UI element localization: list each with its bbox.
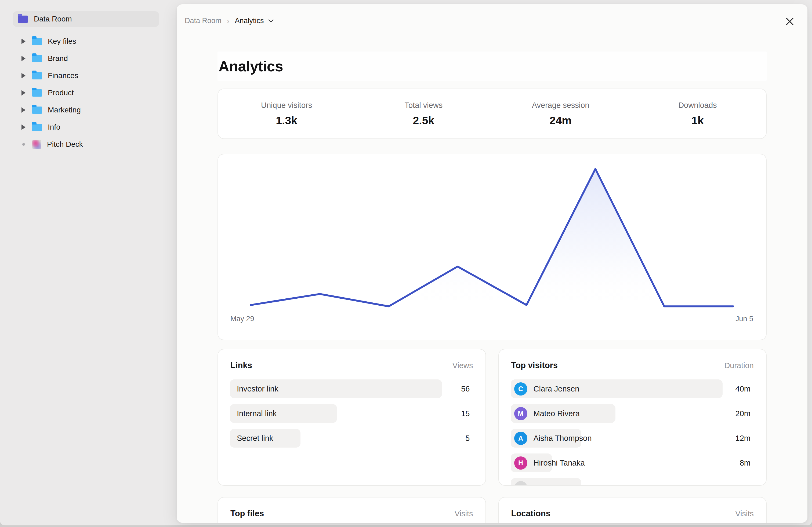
sidebar-tree: Key files Brand Finances Product Marketi… <box>0 33 177 153</box>
breadcrumb-separator-icon: › <box>227 17 230 25</box>
stat-label: Total views <box>355 101 492 110</box>
visitor-duration-value: 40m <box>736 385 754 393</box>
links-panel-title: Links <box>230 361 252 370</box>
stat-value: 1.3k <box>218 114 355 127</box>
stat: Downloads 1k <box>629 101 766 127</box>
breadcrumb-data-room[interactable]: Data Room <box>185 17 221 25</box>
avatar: M <box>514 407 527 420</box>
link-label: Secret link <box>230 434 273 443</box>
title-band: Analytics <box>218 51 767 81</box>
avatar: A <box>514 432 527 445</box>
visitor-row-truncated[interactable] <box>511 478 755 486</box>
stat-value: 2.5k <box>355 114 492 127</box>
avatar: H <box>514 456 527 470</box>
link-label: Investor link <box>230 385 278 393</box>
disclosure-triangle-icon[interactable] <box>21 107 26 113</box>
sidebar-item-brand[interactable]: Brand <box>0 50 177 67</box>
chart-line <box>251 169 733 306</box>
sidebar-item-pitch-deck[interactable]: Pitch Deck <box>0 136 177 153</box>
page-title: Analytics <box>219 58 283 75</box>
visitor-duration-value: 8m <box>740 458 754 467</box>
link-row[interactable]: Secret link 5 <box>230 429 474 448</box>
avatar <box>514 481 527 486</box>
sidebar-item-marketing[interactable]: Marketing <box>0 102 177 119</box>
link-views-value: 5 <box>465 434 474 443</box>
folder-icon <box>32 89 42 96</box>
folder-icon <box>32 72 42 79</box>
sidebar-item-label: Marketing <box>48 106 81 114</box>
analytics-modal: Data Room › Analytics Analytics Unique v… <box>177 4 808 523</box>
link-label: Internal link <box>230 409 277 418</box>
link-row[interactable]: Investor link 56 <box>230 379 474 398</box>
breadcrumb: Data Room › Analytics <box>185 17 274 25</box>
stat-value: 1k <box>629 114 766 127</box>
locations-panel: Locations Visits <box>498 497 767 523</box>
top-files-panel-title: Top files <box>230 509 264 518</box>
bullet-icon <box>22 143 25 146</box>
top-files-panel: Top files Visits <box>218 497 486 523</box>
visitor-name: Hiroshi Tanaka <box>534 458 585 467</box>
x-axis-start-label: May 29 <box>230 315 254 323</box>
links-panel: Links Views Investor link 56 Internal li… <box>218 349 486 486</box>
stat: Unique visitors 1.3k <box>218 101 355 127</box>
stat: Total views 2.5k <box>355 101 492 127</box>
disclosure-triangle-icon[interactable] <box>21 124 26 130</box>
links-panel-header: Links Views <box>230 361 474 370</box>
disclosure-triangle-icon[interactable] <box>21 56 26 61</box>
visitor-name: Aisha Thompson <box>534 434 592 443</box>
folder-icon <box>32 107 42 114</box>
sidebar-item-label: Info <box>48 123 60 132</box>
visitor-duration-value: 12m <box>736 434 754 443</box>
visitor-row[interactable]: C Clara Jensen 40m <box>511 379 755 398</box>
locations-panel-header: Locations Visits <box>511 509 755 518</box>
avatar: C <box>514 382 527 395</box>
disclosure-triangle-icon[interactable] <box>21 73 26 78</box>
analytics-content: Analytics Unique visitors 1.3k Total vie… <box>218 4 767 523</box>
visitor-row[interactable]: H Hiroshi Tanaka 8m <box>511 453 755 472</box>
sidebar-item-label: Product <box>48 89 74 97</box>
visitor-row[interactable]: M Mateo Rivera 20m <box>511 404 755 423</box>
views-column-header: Views <box>452 361 473 370</box>
visitor-name: Clara Jensen <box>534 385 579 393</box>
mid-panels-row: Links Views Investor link 56 Internal li… <box>218 349 767 486</box>
sidebar-item-label: Brand <box>48 54 68 63</box>
top-visitors-list: C Clara Jensen 40m M Mateo Rivera 20m A … <box>511 379 755 486</box>
top-visitors-panel: Top visitors Duration C Clara Jensen 40m… <box>498 349 767 486</box>
close-icon <box>785 17 795 27</box>
breadcrumb-current-label: Analytics <box>235 17 264 25</box>
sidebar-item-label: Pitch Deck <box>47 140 83 149</box>
link-views-value: 15 <box>461 409 474 418</box>
visitor-name: Mateo Rivera <box>534 409 580 418</box>
x-axis-end-label: Jun 5 <box>736 315 753 323</box>
sidebar-item-label: Finances <box>48 71 78 80</box>
visits-column-header: Visits <box>735 509 754 518</box>
links-list: Investor link 56 Internal link 15 Secret… <box>230 379 474 448</box>
visits-column-header: Visits <box>454 509 473 518</box>
breadcrumb-analytics-dropdown[interactable]: Analytics <box>235 17 274 25</box>
chevron-down-icon <box>268 19 274 23</box>
file-thumbnail-icon <box>32 140 41 149</box>
top-files-panel-header: Top files Visits <box>230 509 474 518</box>
visitor-duration-value: 20m <box>736 409 754 418</box>
visits-chart-card: May 29 Jun 5 <box>218 154 767 340</box>
close-button[interactable] <box>783 15 797 29</box>
link-row[interactable]: Internal link 15 <box>230 404 474 423</box>
disclosure-triangle-icon[interactable] <box>21 90 26 95</box>
folder-icon <box>32 124 42 131</box>
sidebar-item-label: Key files <box>48 37 76 46</box>
app-window: Data Room Key files Brand Finances Produ… <box>0 0 812 525</box>
stats-card: Unique visitors 1.3k Total views 2.5k Av… <box>218 89 767 139</box>
top-visitors-panel-header: Top visitors Duration <box>511 361 755 370</box>
disclosure-triangle-icon[interactable] <box>21 39 26 44</box>
stat-label: Downloads <box>629 101 766 110</box>
stat-value: 24m <box>492 114 629 127</box>
sidebar-item-data-room[interactable]: Data Room <box>13 11 159 27</box>
sidebar-item-finances[interactable]: Finances <box>0 67 177 84</box>
sidebar-item-info[interactable]: Info <box>0 119 177 136</box>
stat-label: Average session <box>492 101 629 110</box>
line-chart <box>218 154 766 340</box>
visitor-row[interactable]: A Aisha Thompson 12m <box>511 429 755 448</box>
sidebar-item-key-files[interactable]: Key files <box>0 33 177 50</box>
sidebar-item-product[interactable]: Product <box>0 84 177 102</box>
folder-icon <box>18 16 28 23</box>
